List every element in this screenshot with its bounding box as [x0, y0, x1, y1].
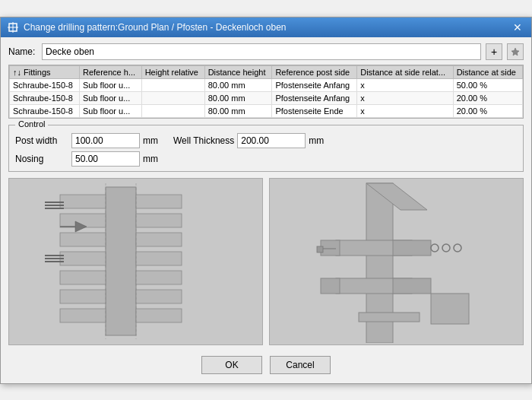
- cell-dist_height: 80.00 mm: [204, 91, 272, 104]
- cell-height_rel: [141, 104, 204, 117]
- cell-ref_h: Sub floor u...: [79, 78, 141, 91]
- close-button[interactable]: ✕: [510, 21, 525, 33]
- name-label: Name:: [8, 46, 37, 57]
- cell-ref_post_side: Pfostenseite Ende: [272, 104, 357, 117]
- cell-dist_side: 20.00 %: [453, 91, 522, 104]
- control-legend: Control: [15, 119, 48, 129]
- cell-ref_h: Sub floor u...: [79, 91, 141, 104]
- svg-rect-6: [60, 195, 106, 208]
- well-thickness-label: Well Thickness: [173, 135, 234, 146]
- col-height-rel[interactable]: Height relative: [141, 65, 204, 78]
- svg-rect-46: [317, 246, 323, 252]
- cell-dist_side: 50.00 %: [453, 78, 522, 91]
- svg-marker-3: [511, 48, 519, 56]
- post-width-label: Post width: [15, 135, 68, 146]
- svg-rect-14: [136, 214, 182, 227]
- name-row: Name: +: [8, 43, 524, 60]
- name-input[interactable]: [42, 43, 481, 60]
- post-width-group: Post width mm: [15, 133, 158, 148]
- svg-rect-18: [136, 290, 182, 303]
- cell-height_rel: [141, 91, 204, 104]
- nosing-unit: mm: [143, 154, 158, 164]
- table-row[interactable]: Schraube-150-8Sub floor u...80.00 mmPfos…: [10, 91, 523, 104]
- fittings-table: ↑↓ Fittings Reference h... Height relati…: [8, 65, 524, 119]
- svg-rect-44: [431, 294, 469, 324]
- right-diagram: [269, 178, 524, 345]
- svg-rect-15: [136, 233, 182, 246]
- cell-dist_height: 80.00 mm: [204, 104, 272, 117]
- cancel-button[interactable]: Cancel: [270, 356, 331, 374]
- cell-dist_side: 20.00 %: [453, 104, 522, 117]
- well-thickness-unit: mm: [309, 135, 324, 146]
- window-title: Change drilling pattern:Ground Plan / Pf…: [24, 22, 287, 33]
- cell-fittings: Schraube-150-8: [10, 91, 80, 104]
- svg-rect-12: [60, 309, 106, 322]
- cell-height_rel: [141, 78, 204, 91]
- col-dist-side-rel[interactable]: Distance at side relat...: [357, 65, 453, 78]
- post-width-unit: mm: [143, 135, 158, 146]
- table-row[interactable]: Schraube-150-8Sub floor u...80.00 mmPfos…: [10, 104, 523, 117]
- svg-rect-38: [321, 278, 340, 294]
- svg-rect-43: [359, 313, 420, 322]
- svg-rect-36: [393, 240, 431, 256]
- col-dist-height[interactable]: Distance height: [204, 65, 272, 78]
- svg-rect-13: [136, 195, 182, 208]
- col-fittings[interactable]: ↑↓ Fittings: [10, 65, 80, 78]
- add-button[interactable]: +: [486, 43, 502, 60]
- svg-rect-8: [60, 233, 106, 246]
- col-ref-post-side[interactable]: Reference post side: [272, 65, 357, 78]
- ok-button[interactable]: OK: [201, 356, 262, 374]
- svg-rect-39: [393, 278, 431, 294]
- cell-ref_post_side: Pfostenseite Anfang: [272, 91, 357, 104]
- post-width-input[interactable]: [71, 133, 140, 148]
- svg-rect-10: [60, 271, 106, 284]
- svg-rect-35: [321, 240, 340, 256]
- cell-ref_h: Sub floor u...: [79, 104, 141, 117]
- well-thickness-input[interactable]: [237, 133, 306, 148]
- cell-fittings: Schraube-150-8: [10, 78, 80, 91]
- svg-rect-5: [106, 187, 136, 335]
- nosing-group: Nosing mm: [15, 151, 158, 167]
- cell-dist_height: 80.00 mm: [204, 78, 272, 91]
- svg-rect-19: [136, 309, 182, 322]
- svg-rect-11: [60, 290, 106, 303]
- col-ref-h[interactable]: Reference h...: [79, 65, 141, 78]
- well-thickness-group: Well Thickness mm: [173, 133, 324, 148]
- control-group: Control Post width mm Well Thickness mm …: [8, 125, 524, 172]
- title-bar: Change drilling pattern:Ground Plan / Pf…: [1, 17, 531, 37]
- table-row[interactable]: Schraube-150-8Sub floor u...80.00 mmPfos…: [10, 78, 523, 91]
- cell-dist_side_rel: x: [357, 91, 453, 104]
- left-diagram: [8, 178, 263, 345]
- diagrams-row: [8, 178, 524, 345]
- footer-buttons: OK Cancel: [8, 351, 524, 377]
- app-icon: [7, 21, 19, 33]
- nosing-label: Nosing: [15, 154, 68, 164]
- svg-rect-9: [60, 252, 106, 265]
- nosing-input[interactable]: [71, 151, 140, 167]
- cell-dist_side_rel: x: [357, 78, 453, 91]
- cell-ref_post_side: Pfostenseite Anfang: [272, 78, 357, 91]
- svg-rect-17: [136, 271, 182, 284]
- cell-fittings: Schraube-150-8: [10, 104, 80, 117]
- svg-rect-16: [136, 252, 182, 265]
- main-window: Change drilling pattern:Ground Plan / Pf…: [0, 17, 532, 384]
- cell-dist_side_rel: x: [357, 104, 453, 117]
- col-dist-side[interactable]: Distance at side: [453, 65, 522, 78]
- star-button[interactable]: [507, 43, 524, 60]
